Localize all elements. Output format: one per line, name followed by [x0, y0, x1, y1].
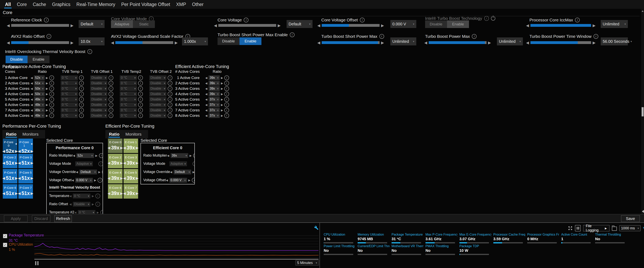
- value-dropdown[interactable]: 39x▾: [171, 153, 188, 158]
- left-arrow-icon[interactable]: ◀: [205, 82, 207, 85]
- slider-track[interactable]: [115, 41, 174, 44]
- tab-cache[interactable]: Cache: [30, 0, 49, 9]
- slider-track[interactable]: [11, 24, 69, 27]
- value-dropdown[interactable]: Disable▾: [149, 86, 166, 91]
- slider-right-arrow-icon[interactable]: ▶: [381, 24, 384, 27]
- value-dropdown[interactable]: Disable▾: [90, 102, 107, 107]
- value-dropdown[interactable]: 50x▾: [34, 86, 45, 91]
- refresh-button[interactable]: Refresh: [54, 215, 72, 222]
- left-arrow-icon[interactable]: ◀: [30, 109, 33, 112]
- right-arrow-icon[interactable]: ▶: [30, 191, 33, 196]
- value-dropdown[interactable]: 0 °C▾: [78, 210, 96, 215]
- info-icon[interactable]: i: [224, 81, 229, 86]
- value-dropdown[interactable]: Disable▾: [90, 108, 107, 113]
- info-icon[interactable]: i: [100, 210, 103, 215]
- graph-pause-button[interactable]: [35, 261, 38, 265]
- info-icon[interactable]: i: [138, 92, 143, 96]
- core-tile-e-core-0[interactable]: E-Core 0◀39x▶: [108, 139, 122, 153]
- right-arrow-icon[interactable]: ▶: [30, 161, 33, 165]
- left-arrow-icon[interactable]: ◀: [30, 92, 33, 96]
- slider-left-arrow-icon[interactable]: ◀: [317, 41, 320, 45]
- reference-clock-slider[interactable]: ◀▶: [7, 22, 74, 28]
- telemetry-pause-button[interactable]: [575, 225, 581, 231]
- info-icon[interactable]: i: [108, 92, 113, 96]
- value-dropdown[interactable]: 0 °C▾: [61, 113, 78, 118]
- value-dropdown[interactable]: Disable▾: [149, 113, 166, 118]
- info-icon[interactable]: i: [168, 102, 172, 107]
- value-dropdown[interactable]: 49x▾: [34, 97, 45, 102]
- scrollbar-thumb[interactable]: [642, 107, 644, 116]
- info-icon[interactable]: i: [102, 170, 103, 174]
- vertical-scrollbar[interactable]: [641, 9, 644, 214]
- core-tile-p-core-2[interactable]: P-Core 2◀51x▶: [3, 154, 17, 168]
- slider-left-arrow-icon[interactable]: ◀: [7, 24, 10, 27]
- left-arrow-icon[interactable]: ◀: [205, 98, 207, 101]
- value-dropdown[interactable]: 52x▾: [76, 153, 94, 158]
- info-icon[interactable]: i: [108, 113, 113, 118]
- value-dropdown[interactable]: Disable▾: [73, 202, 90, 207]
- value-dropdown[interactable]: 51x▾: [34, 81, 45, 86]
- left-arrow-icon[interactable]: ◀: [108, 176, 110, 180]
- tab-other[interactable]: Other: [189, 0, 206, 9]
- value-dropdown[interactable]: Adaptive▾: [75, 161, 93, 166]
- right-arrow-icon[interactable]: ▶: [46, 114, 48, 117]
- toggle-option-enable[interactable]: Enable: [447, 20, 469, 28]
- slider-left-arrow-icon[interactable]: ◀: [526, 41, 529, 45]
- right-arrow-icon[interactable]: ▶: [221, 92, 223, 96]
- info-icon[interactable]: i: [193, 153, 195, 158]
- value-dropdown[interactable]: 0 °C▾: [120, 108, 137, 113]
- info-icon[interactable]: i: [224, 97, 229, 102]
- time-range-dropdown[interactable]: 5 Minutes▾: [295, 260, 319, 265]
- value-dropdown[interactable]: 0 °C▾: [61, 81, 78, 86]
- value-dropdown[interactable]: Disable▾: [149, 102, 166, 107]
- apply-button[interactable]: Apply: [4, 215, 28, 222]
- left-arrow-icon[interactable]: ◀: [2, 161, 5, 165]
- right-arrow-icon[interactable]: ▶: [221, 103, 223, 106]
- right-arrow-icon[interactable]: ▶: [120, 176, 123, 180]
- tab-real-time-memory[interactable]: Real-Time Memory: [74, 0, 118, 9]
- value-dropdown[interactable]: 50x▾: [34, 92, 45, 96]
- tb-short-power-max-dropdown[interactable]: Unlimited▾: [390, 37, 416, 45]
- value-dropdown[interactable]: Disable▾: [149, 108, 166, 113]
- right-arrow-icon[interactable]: ▶: [46, 109, 48, 112]
- right-arrow-icon[interactable]: ▶: [46, 98, 48, 101]
- left-arrow-icon[interactable]: ◀: [2, 149, 5, 153]
- left-arrow-icon[interactable]: ◀: [30, 87, 33, 90]
- file-logging-button[interactable]: File Logging▶: [583, 225, 609, 231]
- info-icon[interactable]: i: [192, 178, 195, 183]
- info-icon[interactable]: i: [168, 75, 172, 80]
- toggle-option-enable[interactable]: Enable: [240, 37, 262, 45]
- right-arrow-icon[interactable]: ▶: [94, 179, 96, 182]
- info-icon[interactable]: i: [138, 86, 143, 91]
- slider-left-arrow-icon[interactable]: ◀: [111, 41, 114, 45]
- package-temperature-checkbox[interactable]: ✓: [3, 234, 7, 238]
- value-dropdown[interactable]: Disable▾: [90, 92, 107, 96]
- left-arrow-icon[interactable]: ◀: [108, 191, 110, 196]
- cpu-utilization-checkbox[interactable]: ✓: [3, 243, 7, 247]
- right-arrow-icon[interactable]: ▶: [192, 170, 195, 174]
- slider-right-arrow-icon[interactable]: ▶: [488, 41, 491, 45]
- info-icon[interactable]: i: [49, 102, 54, 107]
- value-dropdown[interactable]: 49x▾: [34, 113, 45, 118]
- core-voltage-offset-slider[interactable]: ◀▶: [317, 22, 384, 28]
- core-voltage-slider[interactable]: ◀▶: [214, 22, 280, 28]
- left-arrow-icon[interactable]: ◀: [205, 114, 207, 117]
- turbo-boost-technology-toggle[interactable]: DisableEnable: [425, 20, 469, 28]
- tb-short-power-max-slider[interactable]: ◀▶: [317, 40, 384, 46]
- left-arrow-icon[interactable]: ◀: [18, 149, 21, 153]
- right-arrow-icon[interactable]: ▶: [15, 149, 18, 153]
- core-tile-e-core-6[interactable]: E-Core 6◀39x▶: [108, 184, 122, 199]
- right-arrow-icon[interactable]: ▶: [98, 170, 100, 174]
- info-icon[interactable]: i: [168, 86, 172, 91]
- processor-core-iccmax-dropdown[interactable]: Unlimited▾: [601, 20, 628, 28]
- slider-track[interactable]: [11, 41, 69, 44]
- value-dropdown[interactable]: Adaptive▾: [170, 161, 187, 166]
- info-icon[interactable]: i: [99, 153, 103, 158]
- info-icon[interactable]: i: [98, 178, 102, 183]
- left-arrow-icon[interactable]: ◀: [123, 146, 126, 150]
- value-dropdown[interactable]: 0 °C▾: [61, 108, 78, 113]
- core-tile-p-core-3[interactable]: P-Core 3◀51x▶: [18, 154, 33, 168]
- left-arrow-icon[interactable]: ◀: [167, 154, 169, 157]
- info-icon[interactable]: i: [96, 194, 100, 198]
- value-dropdown[interactable]: 0 °C▾: [61, 102, 78, 107]
